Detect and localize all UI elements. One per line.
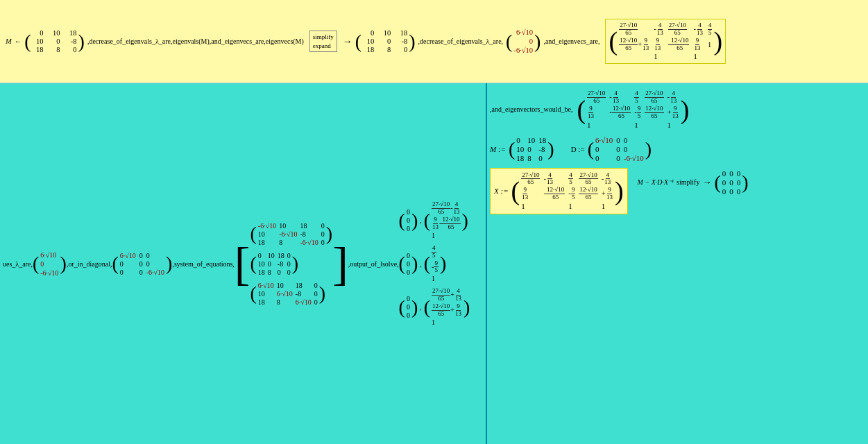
X-def-matrix: ( 27·√1065 -413 45 27·√1065 -413 913 -12… (511, 171, 624, 212)
top-math: M ← ( 01018 100-8 1880 ) ,decrease_of_ei… (6, 19, 726, 64)
verify-arrow: → (702, 177, 711, 188)
lambda-vec: ( 6·√10 0 -6·√10 ) (33, 250, 67, 278)
eigenval-vec: ( 6·√10 0 -6·√10 ) (506, 27, 541, 56)
assign-arrow: ← (15, 37, 22, 45)
top-row: M ← ( 01018 100-8 1880 ) ,decrease_of_ei… (0, 0, 868, 83)
bracket-left: ( (24, 33, 31, 50)
simplify-label: simplify (313, 33, 334, 42)
sub-mat1: ( -6·√1010180 10-6·√10-80 188-6·√100 ) (250, 221, 333, 248)
expand-label: expand (313, 42, 334, 51)
top-text3: ,and_eigenvecs_are, (543, 37, 599, 45)
M-label: M (6, 37, 12, 45)
simplify-expand-box[interactable]: simplify expand (309, 31, 337, 52)
matrix2: ( 01018 100-8 1880 ) (355, 28, 416, 55)
D-def-matrix: ( 6·√1000 000 00-6·√10 ) (588, 135, 652, 164)
bracket-right: ) (78, 33, 85, 50)
top-text2: ,decrease_of_eigenvals_λ_are, (418, 37, 504, 45)
X-yellow-box: X := ( 27·√1065 -413 45 27·√1065 -413 91… (490, 168, 628, 215)
M-def-matrix: ( 01018 100-8 1880 ) (509, 135, 554, 164)
verify-expr: M − X·D·X⁻¹ (638, 178, 674, 186)
top-right-eigvec: ( 27·√1065 -413 27·√1065 -413 45 12·√106… (605, 19, 726, 64)
eigvec-matrix: ( 27·√1065 -413 45 27·√1065 -413 913 -12… (577, 89, 689, 130)
sys-eq-label: ,system_of_equations, (172, 260, 234, 268)
matrix1: ( 01018 100-8 1880 ) (24, 28, 85, 55)
simplify-label2: simplify (676, 178, 699, 186)
X-def-label: X := (494, 187, 509, 195)
M-def-label: M := (490, 145, 506, 153)
top-text1: ,decrease_of_eigenvals_λ_are,eigenvals(M… (87, 37, 304, 45)
br-eigvec-row: ,and_eigenvectors_would_be, ( 27·√1065 -… (490, 89, 865, 130)
verify-block: M − X·D·X⁻¹ simplify → ( 000 000 000 ) (638, 168, 749, 197)
sub-mat3: ( 6·√1010180 106·√10-80 1886·√100 ) (250, 280, 333, 307)
sub-mat2: ( 010180 100-80 18800 ) (250, 250, 333, 278)
ues-label: ues_λ_are, (3, 260, 33, 268)
eigvec-label: ,and_eigenvectors_would_be, (490, 105, 572, 113)
output-lsolve-label: ,output_of_lsolve, (348, 260, 399, 268)
or-in-diag: ,or_in_diagonal, (67, 260, 112, 268)
br-xverify-row: X := ( 27·√1065 -413 45 27·√1065 -413 91… (490, 168, 865, 215)
D-def-label: D := (571, 145, 585, 153)
big-block-matrix: [ ( -6·√1010180 10-6·√10-80 188-6·√100 ) (235, 221, 348, 307)
bottom-left: ues_λ_are, ( 6·√10 0 -6·√10 ) ,or_in_dia… (0, 83, 486, 444)
bottom-area: ues_λ_are, ( 6·√10 0 -6·√10 ) ,or_in_dia… (0, 83, 868, 444)
top-arrow: → (343, 36, 352, 47)
matrix1-grid: 01018 100-8 1880 (31, 28, 78, 55)
br-md-row: M := ( 01018 100-8 1880 ) D := ( 6·√1000… (490, 135, 865, 164)
diag-matrix: ( 6·√1000 000 00-6·√10 ) (112, 250, 172, 278)
result-matrix: ( 000 000 000 ) (714, 168, 748, 197)
lsolve-output: ( 000 ) , ( 27·√1065-413 913-12·√1065 1 (399, 200, 470, 327)
bottom-right: ,and_eigenvectors_would_be, ( 27·√1065 -… (487, 83, 868, 444)
bottom-left-math: ues_λ_are, ( 6·√10 0 -6·√10 ) ,or_in_dia… (3, 200, 470, 327)
